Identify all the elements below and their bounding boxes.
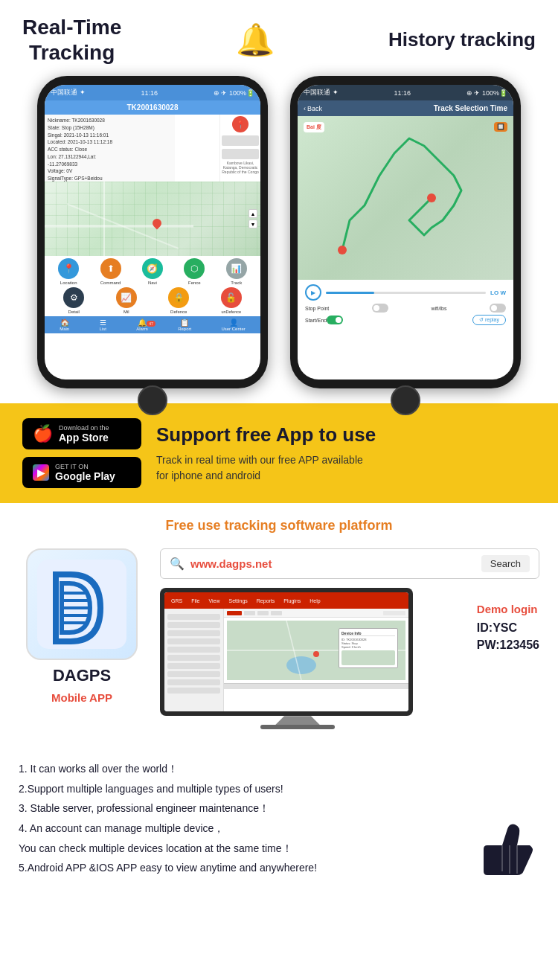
store-buttons: 🍎 Download on the App Store ▶ GET IT ON … [22, 418, 141, 488]
platform-content: DAGPS Mobile APP 🔍 www.dagps.net Search [19, 548, 539, 729]
wifi-lbs-label: wifi/lbs [431, 306, 446, 311]
nav-report[interactable]: 📋 Report [178, 318, 191, 331]
monitor-ui: GRS File View Settings Reports Plugins H… [164, 592, 408, 711]
nav-alarm[interactable]: 🔔 Alarm 47 [136, 318, 148, 331]
app-store-text: Download on the App Store [59, 424, 109, 443]
phones-row: 中国联通 ✦ 11:16 ⊕ ✈ 100%🔋 TK2001630028 Nick… [22, 76, 536, 388]
get-it-on: GET IT ON [55, 463, 115, 470]
start-end-row: Start/End ↺ replay [305, 315, 506, 325]
detail-btn[interactable]: ⚙ Detail [63, 287, 84, 314]
search-bar: 🔍 www.dagps.net Search [160, 548, 539, 579]
nav-user[interactable]: 👤 User Center [221, 318, 245, 331]
track-path-svg [298, 116, 513, 280]
replay-button[interactable]: ↺ replay [472, 315, 506, 325]
monitor-wrapper: GRS File View Settings Reports Plugins H… [160, 588, 435, 729]
back-button[interactable]: ‹ Back [304, 105, 322, 112]
phone1-map: ▲ ▼ [45, 182, 260, 256]
monitor-toolbar [224, 609, 408, 618]
feature-line-6: 5.Android APP &IOS APP easy to view anyt… [19, 858, 539, 878]
playback-row: ▶ LO W [305, 284, 506, 301]
monitor-screen: GRS File View Settings Reports Plugins H… [164, 592, 408, 711]
feature-line-3: 3. Stable server, professional engineer … [19, 798, 539, 819]
speed-indicator: 🔲 [494, 122, 507, 132]
app-store-button[interactable]: 🍎 Download on the App Store [22, 418, 141, 449]
feature-line-2: 2.Support multiple languages and multipl… [19, 779, 539, 799]
nav-list[interactable]: ☰ List [99, 318, 106, 331]
phone2-frame: 中国联通 ✦ 11:16 ⊕ ✈ 100%🔋 ‹ Back Track Sele… [290, 76, 521, 388]
thumbs-up-svg [469, 808, 543, 883]
phone1-info-text: Nickname: TK2001630028 State: Stop (15H2… [45, 115, 219, 182]
download-on: Download on the [59, 424, 109, 432]
feature-line-1: 1. It can works all over the world！ [19, 759, 539, 779]
play-button[interactable]: ▶ [305, 284, 321, 301]
map-scrollbar: ▲ ▼ [248, 209, 257, 228]
stop-point-row: Stop Point wifi/lbs [305, 304, 506, 313]
wifi-lbs-toggle[interactable] [490, 304, 506, 313]
monitor-area: GRS File View Settings Reports Plugins H… [160, 588, 539, 729]
yellow-section: 🍎 Download on the App Store ▶ GET IT ON … [0, 403, 558, 503]
navi-btn[interactable]: 🧭 Navi [142, 258, 163, 285]
monitor-stand [275, 716, 320, 725]
url-text: www.dagps.net [190, 557, 481, 570]
support-desc: Track in real time with our free APP ava… [156, 452, 536, 484]
start-end-label: Start/End [305, 318, 327, 323]
phone2-screen: 中国联通 ✦ 11:16 ⊕ ✈ 100%🔋 ‹ Back Track Sele… [298, 85, 513, 379]
bell-icon: 🔔 [236, 22, 275, 58]
feature-line-4: 4. An account can manage multiple device… [19, 819, 539, 839]
svg-point-16 [313, 651, 319, 657]
phone1-info-area: Nickname: TK2001630028 State: Stop (15H2… [45, 115, 260, 182]
top-section: Real-Time Tracking 🔔 History tracking 中国… [0, 0, 558, 403]
phone2-home-btn[interactable] [391, 385, 420, 415]
speed-label: LO W [490, 289, 506, 296]
phone1-home-btn[interactable] [138, 385, 167, 415]
monitor-main: Device Info ID: TK2001630028 Status: Sto… [224, 609, 408, 711]
app-logo-box [26, 548, 138, 660]
search-icon: 🔍 [170, 557, 185, 571]
track-btn[interactable]: 📊 Track [226, 258, 247, 285]
apple-icon: 🍎 [33, 424, 53, 443]
stop-point-toggle[interactable] [372, 304, 388, 313]
app-logo-area: DAGPS Mobile APP [19, 548, 145, 704]
app-name: DAGPS [53, 666, 111, 685]
phone1-btn-area: 📍 Location ⬆ Command 🧭 Navi [45, 256, 260, 316]
mil-btn[interactable]: 📈 Mil [116, 287, 137, 314]
phone2-carrier: 中国联通 ✦ [304, 88, 339, 97]
track-selection-title: Track Selection Time [434, 104, 507, 112]
monitor-frame: GRS File View Settings Reports Plugins H… [160, 588, 413, 716]
phone1-carrier: 中国联通 ✦ [51, 88, 86, 97]
monitor-sidebar [164, 609, 224, 711]
svg-point-4 [427, 193, 436, 202]
phone1-frame: 中国联通 ✦ 11:16 ⊕ ✈ 100%🔋 TK2001630028 Nick… [37, 76, 268, 388]
monitor-body: Device Info ID: TK2001630028 Status: Sto… [164, 609, 408, 711]
phone1-btn-row1: 📍 Location ⬆ Command 🧭 Navi [48, 258, 257, 285]
start-end-toggle[interactable] [327, 316, 343, 324]
phone2-status-bar: 中国联通 ✦ 11:16 ⊕ ✈ 100%🔋 [298, 85, 513, 100]
google-play-button[interactable]: ▶ GET IT ON Google Play [22, 457, 141, 488]
phone2-container: 中国联通 ✦ 11:16 ⊕ ✈ 100%🔋 ‹ Back Track Sele… [283, 76, 528, 388]
command-btn[interactable]: ⬆ Command [100, 258, 121, 285]
nav-main[interactable]: 🏠 Main [60, 318, 69, 331]
phone1-icon1: 📍 [232, 116, 248, 132]
features-section: 1. It can works all over the world！ 2.Su… [0, 744, 558, 893]
right-platform: 🔍 www.dagps.net Search GRS File [160, 548, 539, 729]
search-button[interactable]: Search [481, 555, 530, 572]
defence-btn[interactable]: 🔒 Defence [168, 287, 189, 314]
fence-btn[interactable]: ⬡ Fence [184, 258, 205, 285]
monitor-statusbar [224, 683, 408, 689]
phone1-nav: 🏠 Main ☰ List 🔔 Alarm 47 [45, 316, 260, 333]
phone1-time: 11:16 [141, 89, 158, 97]
history-title: History tracking [388, 28, 536, 51]
phone2-topbar: ‹ Back Track Selection Time [298, 100, 513, 116]
phone1-screen: 中国联通 ✦ 11:16 ⊕ ✈ 100%🔋 TK2001630028 Nick… [45, 85, 260, 379]
svg-point-3 [338, 246, 347, 254]
location-btn[interactable]: 📍 Location [58, 258, 79, 285]
feature-line-5: You can check multiple devices location … [19, 839, 539, 859]
feature-lines: 1. It can works all over the world！ 2.Su… [19, 759, 539, 878]
phone1-map-svg [45, 182, 260, 256]
phone1-battery: ⊕ ✈ 100%🔋 [214, 89, 254, 97]
google-play-icon: ▶ [33, 464, 49, 481]
phone1-container: 中国联通 ✦ 11:16 ⊕ ✈ 100%🔋 TK2001630028 Nick… [30, 76, 275, 388]
monitor-menubar: GRS File View Settings Reports Plugins H… [164, 592, 408, 609]
undefence-btn[interactable]: 🔓 unDefence [221, 287, 242, 314]
phone2-controls: ▶ LO W Stop Point wifi/lbs [298, 280, 513, 332]
